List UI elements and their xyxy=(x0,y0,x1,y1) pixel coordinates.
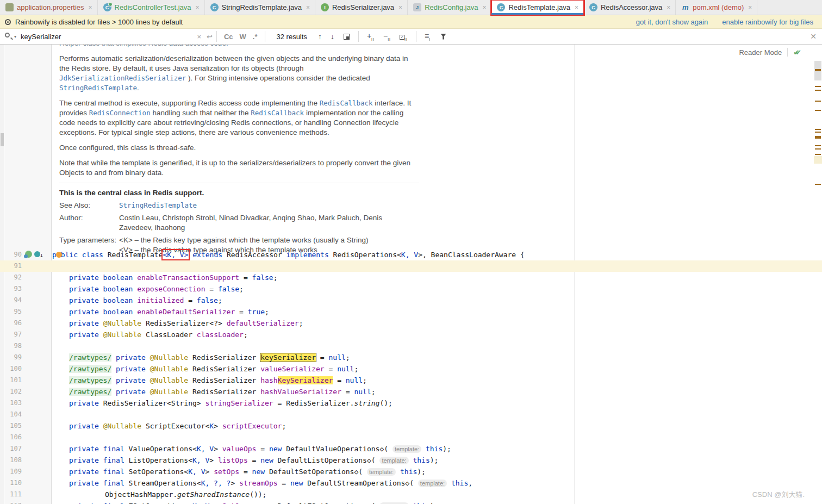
implementations-gutter-icon[interactable] xyxy=(34,251,40,257)
code-line-109[interactable]: 109private final SetOperations<K, V> set… xyxy=(0,466,822,477)
code-line-104[interactable]: 104 xyxy=(0,409,822,420)
code-line-91[interactable]: 91 xyxy=(0,260,822,272)
close-tab-icon[interactable]: × xyxy=(482,4,486,11)
code-line-103[interactable]: 103private RedisSerializer<String> strin… xyxy=(0,397,822,409)
annotation: @Nullable xyxy=(150,388,192,396)
code-line-107[interactable]: 107private final ValueOperations<K, V> v… xyxy=(0,443,822,455)
code-line-content: private @Nullable ScriptExecutor<K> scri… xyxy=(52,420,286,432)
search-result-mark[interactable] xyxy=(815,69,821,71)
code-line-108[interactable]: 108private final ListOperations<K, V> li… xyxy=(0,455,822,466)
code-line-98[interactable]: 98 xyxy=(0,340,822,352)
line-number: 110 xyxy=(0,477,22,489)
line-number: 100 xyxy=(0,363,22,375)
search-result-mark[interactable] xyxy=(815,184,821,185)
scrollbar-current-area[interactable] xyxy=(814,156,822,164)
remove-selection-icon[interactable]: −II xyxy=(379,32,395,41)
left-stripe-thumb[interactable] xyxy=(1,133,4,146)
tab-rediscontrollertest-java[interactable]: CRedisControllerTest.java× xyxy=(98,0,205,15)
code-line-112[interactable]: 112private final ZSetOperations<K, V> zS… xyxy=(0,500,822,504)
tab-label: pom.xml (demo) xyxy=(693,3,744,11)
doc-code-ref[interactable]: RedisCallback xyxy=(251,109,304,117)
code-line-110[interactable]: 110private final StreamOperations<K, ?, … xyxy=(0,477,822,489)
search-result-mark[interactable] xyxy=(815,101,821,102)
code-line-94[interactable]: 94private boolean initialized = false; xyxy=(0,295,822,306)
code-line-90[interactable]: 90public class RedisTemplate<K, V> exten… xyxy=(0,249,822,260)
doc-code-ref[interactable]: RedisCallback xyxy=(320,99,373,107)
reader-mode-check-icon[interactable]: ✔✔ xyxy=(793,48,801,57)
search-result-mark[interactable] xyxy=(815,145,821,146)
enable-rainbowify-link[interactable]: enable rainbowify for big files xyxy=(722,18,813,26)
filter-icon[interactable] xyxy=(440,34,446,40)
code-line-100[interactable]: 100/rawtypes/ private @Nullable RedisSer… xyxy=(0,363,822,375)
search-result-mark[interactable] xyxy=(815,129,821,130)
close-tab-icon[interactable]: × xyxy=(398,4,402,11)
code-line-96[interactable]: 96private @Nullable RedisSerializer<?> d… xyxy=(0,318,822,329)
search-result-mark[interactable] xyxy=(815,90,821,91)
doc-code-ref[interactable]: JdkSerializationRedisSerializer xyxy=(59,74,186,82)
tab-stringredistemplate-java[interactable]: CStringRedisTemplate.java× xyxy=(205,0,315,15)
doc-definition-value[interactable]: StringRedisTemplate xyxy=(119,201,394,210)
search-result-mark[interactable] xyxy=(815,154,821,155)
keyword: K, V xyxy=(188,468,205,476)
close-tab-icon[interactable]: × xyxy=(196,4,200,11)
code-line-105[interactable]: 105private @Nullable ScriptExecutor<K> s… xyxy=(0,420,822,432)
select-all-occurrences-icon[interactable] xyxy=(344,34,350,40)
tab-pom-xml-demo-[interactable]: mpom.xml (demo)× xyxy=(676,0,757,15)
code-line-102[interactable]: 102/rawtypes/ private @Nullable RedisSer… xyxy=(0,386,822,397)
search-result-mark[interactable] xyxy=(815,132,821,133)
search-result-mark[interactable] xyxy=(815,136,821,139)
class-gutter-icon[interactable] xyxy=(25,251,32,258)
tab-redisaccessor-java[interactable]: CRedisAccessor.java× xyxy=(584,0,676,15)
regex-toggle[interactable]: .* xyxy=(250,33,261,41)
search-result-mark[interactable] xyxy=(815,110,821,111)
add-selection-icon[interactable]: +II xyxy=(363,32,379,41)
newline-icon[interactable]: ↩ xyxy=(207,33,213,41)
tab-redistemplate-java[interactable]: CRedisTemplate.java× xyxy=(491,0,583,15)
got-it-link[interactable]: got it, don't show again xyxy=(636,18,708,26)
code-text: ValueOperations< xyxy=(129,445,197,453)
close-search-icon[interactable]: ✕ xyxy=(810,32,817,41)
code-line-106[interactable]: 106 xyxy=(0,432,822,443)
close-tab-icon[interactable]: × xyxy=(89,4,92,11)
toggle-selection-icon[interactable]: ✓II xyxy=(395,32,412,41)
code-line-99[interactable]: 99/rawtypes/ private @Nullable RedisSeri… xyxy=(0,352,822,363)
maven-icon: m xyxy=(681,3,689,11)
tab-redisserializer-java[interactable]: IRedisSerializer.java× xyxy=(315,0,408,15)
close-tab-icon[interactable]: × xyxy=(575,4,578,11)
code-line-95[interactable]: 95private boolean enableDefaultSerialize… xyxy=(0,306,822,318)
tab-application-properties[interactable]: application.properties× xyxy=(0,0,98,15)
clear-search-icon[interactable]: × xyxy=(197,33,201,41)
code-text: ; xyxy=(299,319,303,327)
doc-code-ref[interactable]: StringRedisTemplate xyxy=(59,84,137,92)
code-text: = RedisSerializer. xyxy=(273,399,354,407)
previous-occurrence-icon[interactable]: ↑ xyxy=(314,32,326,41)
doc-code-ref[interactable]: RedisConnection xyxy=(89,109,151,117)
reader-mode-control[interactable]: Reader Mode ✔✔ xyxy=(739,48,801,57)
code-line-101[interactable]: 101/rawtypes/ private @Nullable RedisSer… xyxy=(0,375,822,386)
code-line-93[interactable]: 93private boolean exposeConnection = fal… xyxy=(0,283,822,295)
search-input[interactable]: keySerializer xyxy=(21,33,61,41)
code-lines[interactable]: 90public class RedisTemplate<K, V> exten… xyxy=(0,249,822,504)
interface-icon: I xyxy=(321,3,329,11)
field-name: enableTransactionSupport xyxy=(137,273,239,282)
next-occurrence-icon[interactable]: ↓ xyxy=(326,32,339,41)
editor-scrollbar[interactable] xyxy=(814,45,822,504)
code-line-97[interactable]: 97private @Nullable ClassLoader classLoa… xyxy=(0,329,822,340)
search-result-mark[interactable] xyxy=(815,86,821,87)
code-text: ZSetOperations< xyxy=(129,502,192,504)
search-result-mark[interactable] xyxy=(815,148,821,150)
close-tab-icon[interactable]: × xyxy=(667,4,670,11)
code-editor[interactable]: Reader Mode ✔✔ Helper class that simplif… xyxy=(0,45,822,504)
keyword: K, ?, ? xyxy=(201,479,231,487)
tab-redisconfig-java[interactable]: JRedisConfig.java× xyxy=(408,0,491,15)
close-tab-icon[interactable]: × xyxy=(748,4,752,11)
close-tab-icon[interactable]: × xyxy=(306,4,310,11)
code-line-111[interactable]: 111ObjectHashMapper.getSharedInstance())… xyxy=(0,489,822,500)
code-line-content: /rawtypes/ private @Nullable RedisSerial… xyxy=(52,386,376,397)
search-icon[interactable]: ▾ xyxy=(4,32,13,41)
code-line-92[interactable]: 92private boolean enableTransactionSuppo… xyxy=(0,272,822,283)
words-toggle[interactable]: W xyxy=(236,33,250,41)
filter-lines-icon[interactable]: ≡I xyxy=(420,32,435,41)
match-case-toggle[interactable]: Cc xyxy=(221,33,236,41)
doc-text: ). For String intensive operations consi… xyxy=(186,74,370,82)
